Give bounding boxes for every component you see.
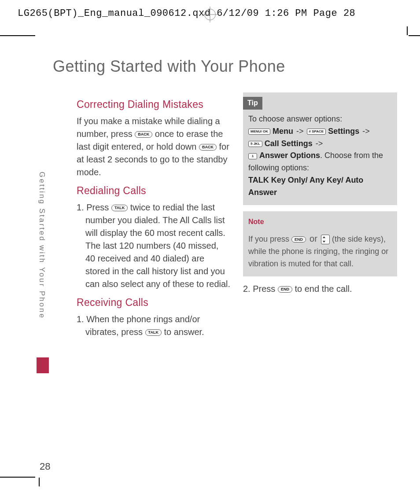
sidebar-section-label: Getting Started with Your Phone — [37, 172, 46, 319]
text: 2. Press — [243, 284, 278, 294]
right-column: Tip To choose answer options: MENU/ OK M… — [243, 92, 397, 342]
page-title: Getting Started with Your Phone — [53, 57, 407, 76]
registration-mark-icon — [204, 9, 216, 20]
arrow-text: -> — [316, 139, 323, 148]
crop-mark — [0, 477, 35, 478]
crop-mark — [0, 35, 35, 36]
arrow-text: -> — [296, 127, 304, 136]
text: If you press — [248, 235, 291, 243]
crop-mark — [39, 478, 40, 486]
sidebar-indicator — [37, 357, 49, 373]
text: Settings — [328, 127, 359, 136]
text: to answer. — [164, 327, 204, 337]
step-item: 2. Press END to end the call. — [243, 283, 397, 295]
heading-receiving: Receiving Calls — [77, 297, 231, 309]
talk-key-icon: TALK — [145, 329, 162, 336]
text: Call Settings — [265, 139, 313, 148]
text: To choose answer options: — [248, 114, 342, 123]
print-header-slug: LG265(BPT)_Eng_manual_090612.qxd 6/12/09… — [18, 8, 355, 19]
sidebar: Getting Started with Your Phone — [37, 172, 51, 319]
hash-key-icon: # SPACE — [307, 129, 326, 135]
text: 1. Press — [77, 202, 111, 212]
end-key-icon: END — [278, 286, 292, 293]
note-title: Note — [247, 216, 269, 228]
talk-key-icon: TALK — [111, 205, 128, 211]
five-key-icon: 5 JKL — [248, 141, 262, 147]
tip-body: To choose answer options: MENU/ OK Menu … — [248, 113, 392, 199]
step-item: 1. Press TALK twice to redial the last n… — [77, 201, 231, 291]
text: Menu — [273, 127, 293, 136]
text: TALK Key Only/ Any Key/ Auto Answer — [248, 176, 363, 197]
tip-title: Tip — [243, 97, 262, 110]
note-body: If you press END or (the side keys), whi… — [248, 232, 392, 270]
arrow-text: -> — [362, 127, 370, 136]
text: twice to redial the last number you dial… — [85, 202, 230, 289]
back-key-icon: BACK — [199, 144, 217, 151]
end-key-icon: END — [291, 236, 306, 243]
one-key-icon: 1 — [248, 153, 257, 159]
step-item: 1. When the phone rings and/or vibrates,… — [77, 313, 231, 338]
text: Answer Options — [259, 151, 320, 160]
text: or — [309, 234, 317, 243]
crop-mark — [407, 26, 408, 35]
crop-mark — [409, 35, 420, 36]
menu-ok-key-icon: MENU/ OK — [248, 129, 270, 135]
paragraph: If you make a mistake while dialing a nu… — [77, 115, 231, 179]
text: to end the call. — [295, 284, 352, 294]
back-key-icon: BACK — [135, 131, 152, 138]
heading-redialing: Redialing Calls — [77, 185, 231, 197]
tip-box: Tip To choose answer options: MENU/ OK M… — [243, 92, 397, 205]
heading-correcting: Correcting Dialing Mistakes — [77, 99, 231, 110]
side-volume-key-icon — [321, 235, 330, 244]
page-number: 28 — [40, 461, 50, 472]
note-box: Note If you press END or (the side keys)… — [243, 211, 397, 276]
page-content: Getting Started with Your Phone Getting … — [40, 57, 407, 469]
left-column: Correcting Dialing Mistakes If you make … — [77, 92, 231, 342]
